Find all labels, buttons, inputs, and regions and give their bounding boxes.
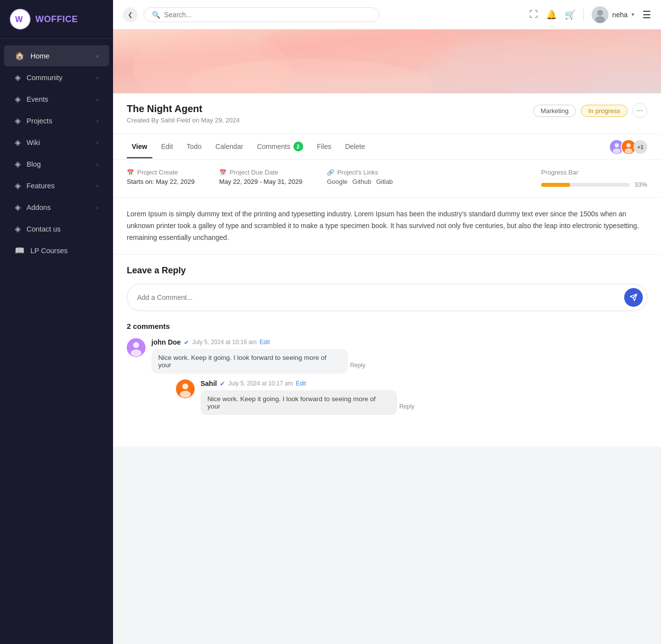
user-name: neha bbox=[612, 11, 628, 19]
reply-section: Leave a Reply bbox=[113, 255, 661, 322]
project-due-label: Project Due Date bbox=[230, 169, 278, 176]
svg-point-22 bbox=[180, 391, 191, 398]
banner-image bbox=[113, 29, 661, 93]
chevron-icon: › bbox=[96, 205, 98, 210]
avatar bbox=[592, 6, 608, 23]
more-options-button[interactable]: ··· bbox=[632, 103, 647, 118]
tab-edit[interactable]: Edit bbox=[156, 136, 178, 158]
project-info: 📅 Project Create Starts on: May 22, 2029… bbox=[113, 160, 661, 198]
tab-todo[interactable]: Todo bbox=[182, 136, 206, 158]
sidebar-item-label: Features bbox=[27, 182, 55, 190]
link-icon: 🔗 bbox=[327, 169, 334, 176]
tab-delete-label: Delete bbox=[345, 143, 365, 150]
project-due-block: 📅 Project Due Date May 22, 2029 - May 31… bbox=[219, 169, 302, 185]
calendar-icon: 📅 bbox=[127, 169, 134, 176]
project-due-value: May 22, 2029 - May 31, 2029 bbox=[219, 178, 302, 185]
tab-delete[interactable]: Delete bbox=[340, 136, 370, 158]
fullscreen-icon[interactable]: ⛶ bbox=[529, 9, 538, 20]
cart-icon[interactable]: 🛒 bbox=[565, 9, 575, 20]
sidebar-item-lpcourses[interactable]: 📖 LP Courses bbox=[4, 240, 109, 261]
sidebar-item-home[interactable]: 🏠 Home › bbox=[4, 45, 109, 66]
project-links-block: 🔗 Project's Links Google Github Gitlab bbox=[327, 169, 393, 185]
comment-author: john Doe bbox=[151, 338, 181, 346]
tabs-list: View Edit Todo Calendar Comments 2 Files bbox=[127, 135, 370, 159]
comment-author-sahil: Sahil bbox=[201, 380, 217, 387]
user-dropdown-icon: ▾ bbox=[632, 11, 634, 18]
tab-view-label: View bbox=[132, 143, 147, 150]
content-area: The Night Agent Created By Sahil Field o… bbox=[113, 29, 661, 644]
notification-icon[interactable]: 🔔 bbox=[546, 9, 557, 20]
svg-point-10 bbox=[615, 143, 619, 147]
comments-count: 2 comments bbox=[127, 322, 647, 338]
sidebar-item-projects[interactable]: ◈ Projects › bbox=[4, 110, 109, 131]
sidebar-item-wiki[interactable]: ◈ Wiki › bbox=[4, 132, 109, 153]
sidebar-item-blog[interactable]: ◈ Blog › bbox=[4, 153, 109, 175]
participant-avatars: +1 bbox=[609, 139, 647, 155]
comment-input[interactable] bbox=[137, 293, 619, 301]
chevron-icon: › bbox=[96, 140, 98, 146]
progress-bar-background bbox=[541, 183, 630, 187]
contact-icon: ◈ bbox=[15, 224, 21, 234]
status-badge[interactable]: In progress bbox=[581, 105, 628, 117]
sidebar-item-community[interactable]: ◈ Community › bbox=[4, 67, 109, 88]
project-links-list: Google Github Gitlab bbox=[327, 178, 393, 185]
sidebar-item-label: LP Courses bbox=[30, 247, 68, 255]
sidebar-item-label: Wiki bbox=[27, 139, 40, 146]
sidebar-item-label: Addons bbox=[27, 204, 51, 211]
main-area: ❮ 🔍 ⛶ 🔔 🛒 neha ▾ ☰ bbox=[113, 0, 661, 644]
sidebar-item-events[interactable]: ◈ Events › bbox=[4, 88, 109, 110]
post-content: Lorem Ipsum is simply dummy text of the … bbox=[127, 208, 647, 243]
lpcourses-icon: 📖 bbox=[15, 246, 25, 255]
sidebar-item-contact[interactable]: ◈ Contact us bbox=[4, 218, 109, 239]
comment-reply-link[interactable]: Reply bbox=[350, 362, 365, 369]
post-actions: Marketing In progress ··· bbox=[533, 103, 647, 118]
tab-calendar-label: Calendar bbox=[215, 143, 243, 150]
project-create-block: 📅 Project Create Starts on: May 22, 2029 bbox=[127, 169, 195, 185]
category-badge[interactable]: Marketing bbox=[533, 105, 576, 117]
sidebar-item-addons[interactable]: ◈ Addons › bbox=[4, 197, 109, 218]
svg-point-3 bbox=[595, 16, 605, 23]
project-links-label: Project's Links bbox=[337, 169, 378, 176]
hamburger-menu-icon[interactable]: ☰ bbox=[642, 9, 651, 21]
comment-edit-button-sahil[interactable]: Edit bbox=[296, 380, 306, 387]
comment-item: john Doe ✔ July 5, 2024 at 10:16 am Edit… bbox=[127, 338, 647, 424]
sidebar-logo: W WOFFICE bbox=[0, 0, 113, 39]
tab-calendar[interactable]: Calendar bbox=[210, 136, 248, 158]
sidebar-toggle-button[interactable]: ❮ bbox=[123, 7, 138, 22]
link-google[interactable]: Google bbox=[327, 178, 347, 185]
projects-icon: ◈ bbox=[15, 116, 21, 125]
blog-icon: ◈ bbox=[15, 159, 21, 169]
sidebar-item-features[interactable]: ◈ Features › bbox=[4, 175, 109, 196]
tab-view[interactable]: View bbox=[127, 136, 152, 158]
svg-point-18 bbox=[133, 342, 139, 348]
tab-comments[interactable]: Comments 2 bbox=[252, 135, 308, 159]
post-body: Lorem Ipsum is simply dummy text of the … bbox=[113, 198, 661, 255]
progress-bar-wrap: 33% bbox=[541, 181, 647, 188]
comment-edit-button[interactable]: Edit bbox=[259, 339, 270, 346]
community-icon: ◈ bbox=[15, 73, 21, 82]
user-area[interactable]: neha ▾ bbox=[592, 6, 634, 23]
comment-item-nested: Sahil ✔ July 5, 2024 at 10:17 am Edit Ni… bbox=[176, 380, 647, 415]
comment-bubble: Nice work. Keep it going. I look forward… bbox=[151, 349, 348, 374]
logo-icon: W bbox=[10, 9, 30, 29]
chevron-icon: › bbox=[96, 118, 98, 124]
comment-avatar-sahil bbox=[176, 380, 195, 398]
logo-text: WOFFICE bbox=[35, 14, 78, 25]
svg-text:W: W bbox=[15, 15, 23, 24]
link-github[interactable]: Github bbox=[352, 178, 371, 185]
comments-section: 2 comments john Doe ✔ July 5, 2024 at 10… bbox=[113, 322, 661, 446]
post-meta: Created By Sahil Field on May 29, 2024 bbox=[127, 117, 240, 124]
link-gitlab[interactable]: Gitlab bbox=[376, 178, 393, 185]
nested-reply-link[interactable]: Reply bbox=[399, 403, 414, 410]
search-input[interactable] bbox=[164, 11, 371, 19]
wiki-icon: ◈ bbox=[15, 138, 21, 147]
progress-bar-fill bbox=[541, 183, 570, 187]
divider bbox=[583, 9, 584, 21]
tab-files[interactable]: Files bbox=[312, 136, 337, 158]
sidebar-item-label: Projects bbox=[27, 117, 52, 125]
progress-block: Progress Bar 33% bbox=[541, 169, 647, 188]
send-comment-button[interactable] bbox=[624, 288, 643, 307]
chevron-icon: › bbox=[96, 53, 98, 59]
comment-content-sahil: Sahil ✔ July 5, 2024 at 10:17 am Edit Ni… bbox=[201, 380, 647, 415]
due-date-icon: 📅 bbox=[219, 169, 227, 176]
